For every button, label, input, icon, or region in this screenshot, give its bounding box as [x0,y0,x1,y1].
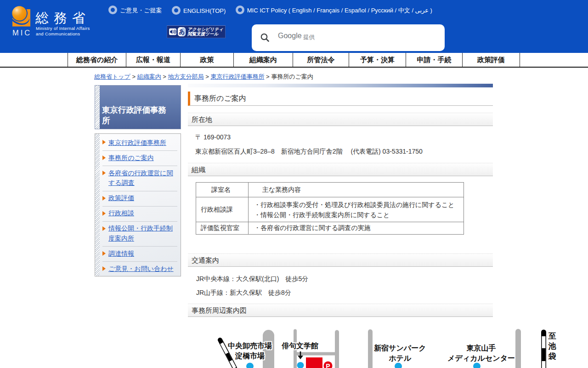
svg-text:P: P [326,362,330,368]
